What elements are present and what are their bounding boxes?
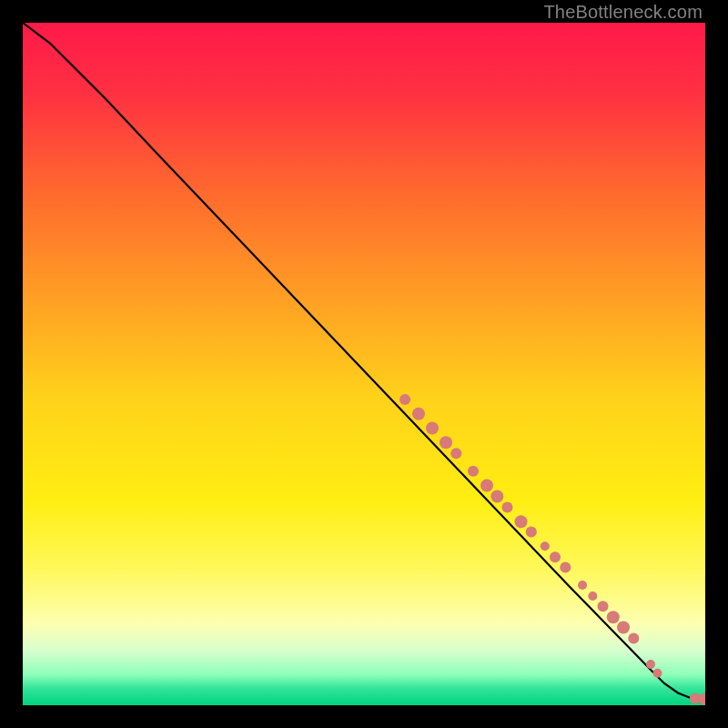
chart-svg [23,23,705,705]
data-point [628,633,639,644]
data-point [468,466,479,477]
chart-frame [23,23,705,705]
data-point [653,669,662,678]
data-point [526,527,537,538]
data-point [578,581,587,590]
data-point [412,408,425,420]
data-point [550,551,561,562]
data-point [646,660,655,669]
data-point [440,436,452,449]
data-point [502,502,513,513]
data-point [515,515,528,528]
data-point [607,611,620,623]
data-point [541,541,550,551]
data-point [690,693,701,704]
data-point [588,592,597,601]
watermark-text: TheBottleneck.com [543,2,703,23]
data-point [490,490,503,503]
data-point [399,394,410,405]
data-point [480,480,493,492]
data-point [617,622,630,634]
data-point [598,601,609,612]
data-point [560,562,571,573]
data-point [426,422,439,435]
data-point [450,448,461,459]
